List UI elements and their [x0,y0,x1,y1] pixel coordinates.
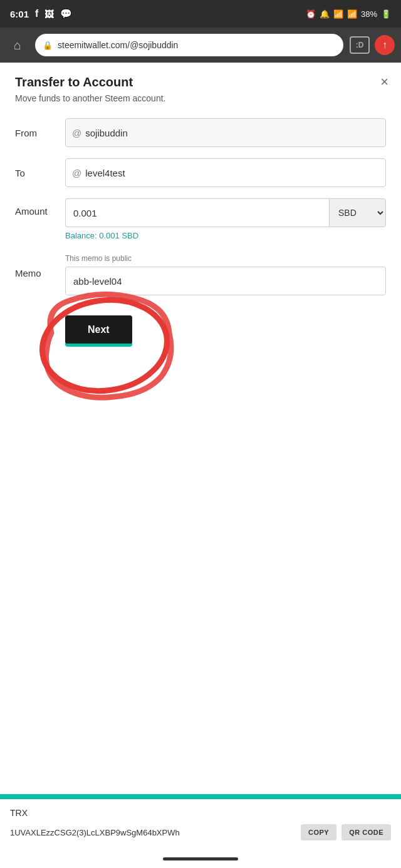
wifi-icon: 📶 [333,9,343,19]
url-text: steemitwallet.com/@sojibuddin [58,40,178,50]
bottom-content: TRX 1UVAXLEzzCSG2(3)LcLXBP9wSgM64bXPWh C… [0,799,401,849]
home-indicator [163,857,238,860]
next-button[interactable]: Next [65,315,132,344]
amount-input[interactable] [65,198,329,227]
browser-bar: ⌂ 🔒 steemitwallet.com/@sojibuddin :D ↑ [0,28,401,63]
signal-icon: 📶 [347,9,357,19]
to-at-sign: @ [72,168,81,178]
time-display: 6:01 [10,9,29,19]
trx-address: 1UVAXLEzzCSG2(3)LcLXBP9wSgM64bXPWh [10,828,296,837]
memo-section: This memo is public [65,254,386,295]
from-label: From [15,128,65,138]
from-input[interactable] [85,119,379,146]
memo-public-notice: This memo is public [65,254,386,263]
messenger-icon: 💬 [60,8,72,19]
amount-wrapper: SBD STEEM [65,198,386,227]
browser-actions: :D ↑ [350,35,395,55]
transfer-dialog: × Transfer to Account Move funds to anot… [0,63,401,697]
status-bar-left: 6:01 f 🖼 💬 [10,8,72,19]
dialog-title: Transfer to Account [15,75,386,89]
balance-text: Balance: 0.001 SBD [65,231,386,240]
spacer [15,344,386,682]
bottom-section: TRX 1UVAXLEzzCSG2(3)LcLXBP9wSgM64bXPWh C… [0,794,401,868]
from-row: From @ [15,118,386,147]
tab-button[interactable]: :D [350,36,370,54]
to-input[interactable] [85,159,379,186]
facebook-icon: f [35,8,38,19]
memo-row: Memo This memo is public [15,252,386,295]
amount-section: SBD STEEM Balance: 0.001 SBD [65,198,386,240]
alarm-icon: ⏰ [306,9,316,19]
currency-select[interactable]: SBD STEEM [329,198,386,227]
image-icon: 🖼 [44,9,54,19]
memo-label: Memo [15,254,65,278]
to-input-wrapper[interactable]: @ [65,158,386,187]
to-row: To @ [15,158,386,187]
home-button[interactable]: ⌂ [6,34,29,56]
qr-button[interactable]: QR CODE [341,824,391,840]
to-label: To [15,168,65,178]
from-at-sign: @ [72,128,81,138]
lock-icon: 🔒 [43,41,53,50]
copy-button[interactable]: COPY [301,824,336,840]
address-row: 1UVAXLEzzCSG2(3)LcLXBP9wSgM64bXPWh COPY … [10,824,391,840]
home-bar [0,849,401,868]
battery-icon: 🔋 [381,9,391,19]
page-content: × Transfer to Account Move funds to anot… [0,63,401,697]
status-bar-right: ⏰ 🔔 📶 📶 38% 🔋 [306,9,391,19]
amount-row: Amount SBD STEEM Balance: 0.001 SBD [15,198,386,240]
url-bar[interactable]: 🔒 steemitwallet.com/@sojibuddin [35,34,343,56]
bell-icon: 🔔 [320,9,330,19]
amount-label: Amount [15,198,65,217]
trx-label: TRX [10,808,391,818]
memo-input[interactable] [65,267,386,295]
status-bar: 6:01 f 🖼 💬 ⏰ 🔔 📶 📶 38% 🔋 [0,0,401,28]
from-input-wrapper: @ [65,118,386,147]
next-btn-area: Next [65,315,132,344]
battery-display: 38% [361,9,377,19]
upload-button[interactable]: ↑ [375,35,395,55]
dialog-subtitle: Move funds to another Steem account. [15,93,386,103]
close-button[interactable]: × [380,75,388,89]
